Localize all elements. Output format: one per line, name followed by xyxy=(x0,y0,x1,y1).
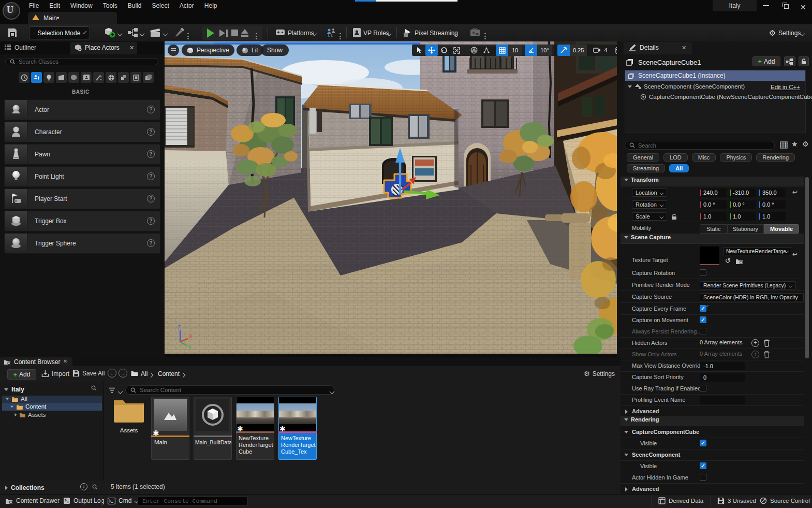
svg-text:Z: Z xyxy=(178,325,181,330)
svg-text:X: X xyxy=(189,333,193,339)
svg-text:Y: Y xyxy=(188,345,191,351)
